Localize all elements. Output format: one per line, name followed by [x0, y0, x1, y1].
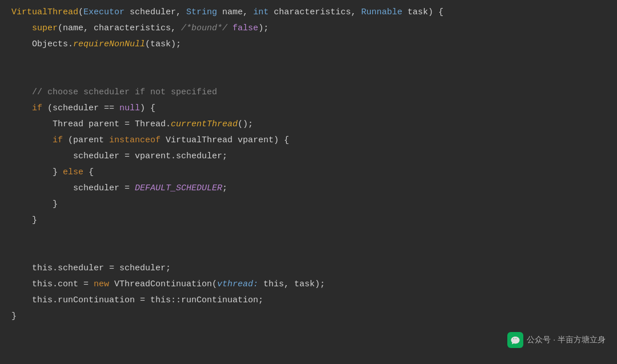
code-token: this.scheduler = scheduler;	[11, 261, 171, 276]
code-token: false	[233, 21, 258, 36]
code-line: } else {	[0, 165, 617, 181]
code-line: this.runContinuation = this::runContinua…	[0, 293, 617, 309]
code-line: }	[0, 309, 617, 325]
code-token: VThreadContinuation(	[109, 277, 217, 292]
code-token: (task);	[145, 37, 181, 52]
code-token: (scheduler ==	[42, 101, 119, 116]
svg-point-0	[514, 338, 515, 339]
code-line: Thread parent = Thread.currentThread();	[0, 117, 617, 133]
code-token	[227, 21, 233, 36]
code-token: scheduler,	[125, 5, 186, 20]
svg-point-1	[516, 338, 517, 339]
code-token: if	[53, 133, 63, 148]
code-token	[11, 21, 32, 36]
code-token: this.runContinuation = this::runContinua…	[11, 293, 263, 308]
code-token: Runnable	[361, 5, 402, 20]
code-token: currentThread	[171, 117, 238, 132]
code-token: (	[78, 5, 83, 20]
wechat-icon	[507, 332, 523, 348]
code-token: // choose scheduler if not specified	[32, 85, 217, 100]
watermark-text: 公众号 · 半亩方塘立身	[527, 335, 606, 345]
code-token	[11, 85, 32, 100]
code-token	[11, 101, 32, 116]
code-line: scheduler = vparent.scheduler;	[0, 149, 617, 165]
code-token: new	[94, 277, 109, 292]
code-line	[0, 229, 617, 245]
code-line	[0, 69, 617, 85]
code-token: this.cont =	[11, 277, 94, 292]
code-token: VirtualThread vparent) {	[161, 133, 289, 148]
code-token: }	[11, 213, 37, 228]
code-token: DEFAULT_SCHEDULER	[135, 181, 222, 196]
code-line: super(name, characteristics, /*bound*/ f…	[0, 21, 617, 37]
code-line	[0, 245, 617, 261]
code-token: null	[119, 101, 140, 116]
code-token: if	[32, 101, 42, 116]
code-token: requireNonNull	[73, 37, 145, 52]
code-line: if (scheduler == null) {	[0, 101, 617, 117]
watermark: 公众号 · 半亩方塘立身	[507, 332, 606, 348]
code-token: {	[83, 165, 94, 180]
code-line: }	[0, 197, 617, 213]
code-token: Thread parent = Thread.	[11, 117, 171, 132]
code-line: this.scheduler = scheduler;	[0, 261, 617, 277]
code-token: name,	[217, 5, 253, 20]
code-token: }	[11, 165, 63, 180]
code-line: // choose scheduler if not specified	[0, 85, 617, 101]
code-token: ;	[222, 181, 227, 196]
code-editor: VirtualThread(Executor scheduler, String…	[0, 0, 617, 364]
code-line: scheduler = DEFAULT_SCHEDULER;	[0, 181, 617, 197]
code-token: super	[32, 21, 58, 36]
code-token: int	[253, 5, 269, 20]
code-token: );	[258, 21, 269, 36]
code-line: if (parent instanceof VirtualThread vpar…	[0, 133, 617, 149]
code-token: this, task);	[258, 277, 325, 292]
code-line: this.cont = new VThreadContinuation(vthr…	[0, 277, 617, 293]
code-token: String	[186, 5, 217, 20]
code-line	[0, 53, 617, 69]
code-line: VirtualThread(Executor scheduler, String…	[0, 5, 617, 21]
code-token: /*bound*/	[181, 21, 227, 36]
code-token: characteristics,	[269, 5, 361, 20]
code-token: else	[63, 165, 83, 180]
code-token: }	[11, 197, 58, 212]
code-token: scheduler =	[11, 181, 135, 196]
code-token: ) {	[140, 101, 155, 116]
code-token: Executor	[83, 5, 125, 20]
code-token: instanceof	[109, 133, 161, 148]
code-token: ();	[238, 117, 253, 132]
code-token: }	[11, 309, 17, 324]
code-token: task) {	[402, 5, 443, 20]
code-token: vthread:	[217, 277, 258, 292]
code-token: scheduler = vparent.scheduler;	[11, 149, 227, 164]
code-line: Objects.requireNonNull(task);	[0, 37, 617, 53]
code-token: Objects.	[11, 37, 73, 52]
code-line: }	[0, 213, 617, 229]
code-token: (parent	[63, 133, 109, 148]
code-token: (name, characteristics,	[58, 21, 181, 36]
code-token	[11, 133, 53, 148]
code-token: VirtualThread	[11, 5, 78, 20]
